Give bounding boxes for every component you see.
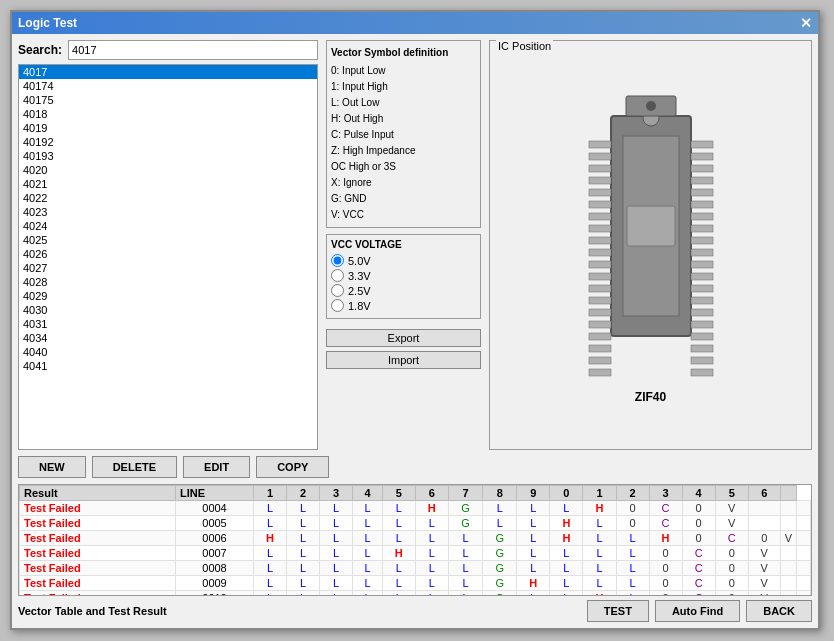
back-button[interactable]: BACK [746, 600, 812, 622]
test-button[interactable]: TEST [587, 600, 649, 622]
delete-button[interactable]: DELETE [92, 456, 177, 478]
list-item[interactable]: 4028 [19, 275, 317, 289]
val-cell: L [382, 591, 415, 597]
list-item[interactable]: 4017 [19, 65, 317, 79]
import-button[interactable]: Import [326, 351, 481, 369]
vs-L: L: Out Low [331, 95, 476, 111]
list-item[interactable]: 40175 [19, 93, 317, 107]
val-cell: 0 [682, 516, 715, 531]
vcc-33v-radio[interactable] [331, 269, 344, 282]
val-cell: L [550, 561, 583, 576]
vcc-33v-option[interactable]: 3.3V [331, 269, 476, 282]
val-cell: G [448, 501, 482, 516]
vs-G: G: GND [331, 191, 476, 207]
results-table-wrapper[interactable]: Result LINE 1 2 3 4 5 6 7 8 9 0 [18, 484, 812, 596]
svg-rect-12 [589, 237, 611, 244]
svg-rect-11 [589, 225, 611, 232]
list-item[interactable]: 4026 [19, 247, 317, 261]
list-item[interactable]: 4031 [19, 317, 317, 331]
val-cell: L [353, 516, 382, 531]
val-cell: L [415, 531, 448, 546]
list-item[interactable]: 4022 [19, 191, 317, 205]
svg-rect-23 [589, 369, 611, 376]
vs-OC: OC High or 3S [331, 159, 476, 175]
list-item[interactable]: 4030 [19, 303, 317, 317]
vector-symbol-title: Vector Symbol definition [331, 45, 476, 61]
list-item[interactable]: 4018 [19, 107, 317, 121]
val-cell: L [415, 576, 448, 591]
val-cell: H [254, 531, 287, 546]
vcc-5v-option[interactable]: 5.0V [331, 254, 476, 267]
val-cell: H [382, 546, 415, 561]
list-item[interactable]: 4020 [19, 163, 317, 177]
list-item[interactable]: 40174 [19, 79, 317, 93]
list-item[interactable]: 4024 [19, 219, 317, 233]
val-cell: L [448, 531, 482, 546]
vcc-25v-radio[interactable] [331, 284, 344, 297]
list-item[interactable]: 4040 [19, 345, 317, 359]
svg-rect-25 [691, 153, 713, 160]
ic-list[interactable]: 4017 40174 40175 4018 4019 40192 40193 4… [18, 64, 318, 450]
vs-C: C: Pulse Input [331, 127, 476, 143]
vs-V: V: VCC [331, 207, 476, 223]
val-cell: L [353, 546, 382, 561]
val-cell: L [616, 591, 649, 597]
list-item[interactable]: 4021 [19, 177, 317, 191]
svg-rect-3 [627, 206, 675, 246]
val-cell: L [517, 531, 550, 546]
col-result: Result [20, 486, 176, 501]
col-4: 4 [353, 486, 382, 501]
list-item[interactable]: 4027 [19, 261, 317, 275]
val-cell: L [550, 576, 583, 591]
val-cell: L [583, 531, 616, 546]
list-item[interactable]: 4019 [19, 121, 317, 135]
list-item[interactable]: 4029 [19, 289, 317, 303]
scroll-placeholder [797, 546, 811, 561]
copy-button[interactable]: COPY [256, 456, 329, 478]
val-cell: 0 [715, 576, 748, 591]
val-cell: L [583, 516, 616, 531]
svg-rect-34 [691, 261, 713, 268]
val-cell: L [353, 591, 382, 597]
val-cell: C [715, 531, 748, 546]
result-cell: Test Failed [20, 501, 176, 516]
val-cell: L [254, 546, 287, 561]
vcc-25v-label: 2.5V [348, 285, 371, 297]
export-button[interactable]: Export [326, 329, 481, 347]
svg-rect-27 [691, 177, 713, 184]
list-item[interactable]: 4034 [19, 331, 317, 345]
col-scroll [780, 486, 796, 501]
vcc-25v-option[interactable]: 2.5V [331, 284, 476, 297]
val-cell: V [748, 561, 780, 576]
svg-rect-14 [589, 261, 611, 268]
svg-rect-18 [589, 309, 611, 316]
auto-find-button[interactable]: Auto Find [655, 600, 740, 622]
vcc-18v-option[interactable]: 1.8V [331, 299, 476, 312]
val-cell: C [682, 561, 715, 576]
search-input[interactable] [68, 40, 318, 60]
vcc-18v-radio[interactable] [331, 299, 344, 312]
svg-rect-32 [691, 237, 713, 244]
list-item[interactable]: 4023 [19, 205, 317, 219]
vs-1: 1: Input High [331, 79, 476, 95]
new-button[interactable]: NEW [18, 456, 86, 478]
val-cell: G [448, 516, 482, 531]
col-5b: 5 [715, 486, 748, 501]
col-line: LINE [176, 486, 254, 501]
list-item[interactable]: 4041 [19, 359, 317, 373]
vs-X: X: Ignore [331, 175, 476, 191]
val-cell: L [287, 516, 320, 531]
svg-rect-9 [589, 201, 611, 208]
vcc-5v-radio[interactable] [331, 254, 344, 267]
list-item[interactable]: 4025 [19, 233, 317, 247]
middle-panel: Vector Symbol definition 0: Input Low 1:… [326, 40, 481, 450]
edit-button[interactable]: EDIT [183, 456, 250, 478]
col-0: 0 [550, 486, 583, 501]
val-cell: L [517, 516, 550, 531]
title-bar: Logic Test ✕ [12, 12, 818, 34]
close-button[interactable]: ✕ [800, 16, 812, 30]
svg-rect-41 [691, 345, 713, 352]
val-cell: L [287, 546, 320, 561]
list-item[interactable]: 40193 [19, 149, 317, 163]
list-item[interactable]: 40192 [19, 135, 317, 149]
